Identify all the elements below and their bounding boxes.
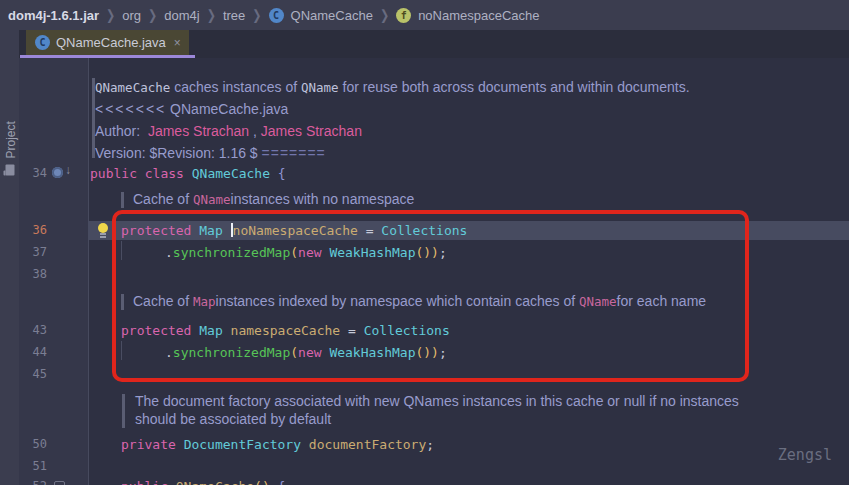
tab-title: QNameCache.java: [56, 35, 166, 50]
code-token: private: [121, 437, 184, 452]
project-tool-label: Project: [3, 121, 17, 158]
breadcrumb-item[interactable]: QNameCache: [291, 8, 373, 23]
breadcrumb-bar: dom4j-1.6.1.jar❯org❯dom4j❯tree❯CQNameCac…: [0, 0, 849, 30]
code-token: QName: [193, 192, 231, 207]
code-token: public class: [90, 166, 192, 181]
breadcrumb-separator-icon: ❯: [207, 7, 216, 23]
rendered-doc-line[interactable]: Author: James Strachan , James Strachan: [95, 122, 362, 141]
code-token: caches instances of: [170, 79, 301, 95]
code-line[interactable]: public class QNameCache {: [90, 164, 286, 183]
rendered-doc-line[interactable]: Cache of QNameinstances with no namespac…: [133, 190, 414, 209]
code-token: QNameCache: [176, 479, 254, 485]
code-token: QNameCache.java: [166, 101, 288, 117]
doc-bar: [121, 192, 124, 208]
code-token: Cache of: [133, 191, 193, 207]
code-token: =======: [262, 145, 326, 161]
class-icon: C: [269, 8, 284, 23]
line-number: 50: [20, 435, 47, 454]
line-number: 36: [20, 221, 47, 240]
code-token: QNameCache: [192, 166, 278, 181]
code-token: QNameCache: [95, 80, 170, 95]
code-token: Author:: [95, 123, 148, 139]
code-token: {: [270, 479, 286, 485]
code-line[interactable]: public QNameCache() {: [121, 477, 285, 485]
line-number: 37: [20, 243, 47, 262]
code-token: for reuse both across documents and with…: [339, 79, 690, 95]
rendered-doc-line[interactable]: QNameCache caches instances of QName for…: [95, 78, 690, 97]
breadcrumb-separator-icon: ❯: [252, 7, 261, 23]
gutter-marker-icon[interactable]: [54, 481, 65, 485]
tab-qnamecache[interactable]: C QNameCache.java ×: [26, 30, 189, 55]
rendered-doc-line[interactable]: Version: $Revision: 1.16 $ =======: [95, 144, 326, 163]
code-token: The document factory associated with new…: [135, 393, 739, 409]
project-folder-icon: [6, 165, 15, 176]
code-token: (): [254, 479, 270, 485]
code-token: public: [121, 479, 176, 485]
breadcrumb-separator-icon: ❯: [148, 7, 157, 23]
doc-bar: [122, 394, 125, 428]
intention-bulb-icon[interactable]: [96, 223, 110, 238]
code-token: documentFactory: [309, 437, 426, 452]
field-icon: f: [396, 8, 411, 23]
line-number: 52: [20, 477, 47, 485]
line-number: 51: [20, 457, 47, 476]
breadcrumb-separator-icon: ❯: [106, 7, 115, 23]
code-token: QName: [301, 80, 339, 95]
line-number: 45: [20, 365, 47, 384]
code-token: DocumentFactory: [184, 437, 309, 452]
breadcrumb-item[interactable]: noNamespaceCache: [418, 8, 539, 23]
class-icon: C: [35, 35, 50, 50]
code-token: ,: [249, 123, 261, 139]
breadcrumb-item[interactable]: dom4j-1.6.1.jar: [8, 8, 99, 23]
code-token: {: [278, 166, 286, 181]
rendered-doc-line[interactable]: <<<<<<< QNameCache.java: [95, 100, 288, 119]
code-token: James Strachan: [148, 123, 249, 139]
annotation-rectangle: [112, 210, 749, 382]
code-token: Version: $Revision: 1.16 $: [95, 145, 262, 161]
code-token: ;: [426, 437, 434, 452]
breadcrumb-item[interactable]: org: [122, 8, 141, 23]
editor-tab-bar: C QNameCache.java ×: [19, 30, 849, 58]
code-token: James Strachan: [261, 123, 362, 139]
code-token: should be associated by default: [135, 411, 331, 427]
breadcrumb-separator-icon: ❯: [380, 7, 389, 23]
breadcrumb-item[interactable]: dom4j: [164, 8, 199, 23]
rendered-doc-line[interactable]: should be associated by default: [135, 410, 331, 429]
line-number: 43: [20, 321, 47, 340]
overridden-marker-icon[interactable]: ↓: [52, 166, 78, 180]
code-line[interactable]: private DocumentFactory documentFactory;: [121, 435, 434, 454]
rendered-doc-line[interactable]: The document factory associated with new…: [135, 392, 739, 411]
code-token: instances with no namespace: [231, 191, 415, 207]
line-number: 34: [20, 164, 47, 183]
tool-window-strip: Project: [0, 30, 20, 485]
project-tool-button[interactable]: Project: [1, 84, 20, 176]
line-number: 44: [20, 343, 47, 362]
watermark-text: Zengsl: [778, 446, 832, 464]
line-number: 38: [20, 265, 47, 284]
tab-close-icon[interactable]: ×: [174, 36, 181, 50]
code-token: <<<<<<<: [95, 101, 166, 117]
breadcrumb-item[interactable]: tree: [223, 8, 245, 23]
